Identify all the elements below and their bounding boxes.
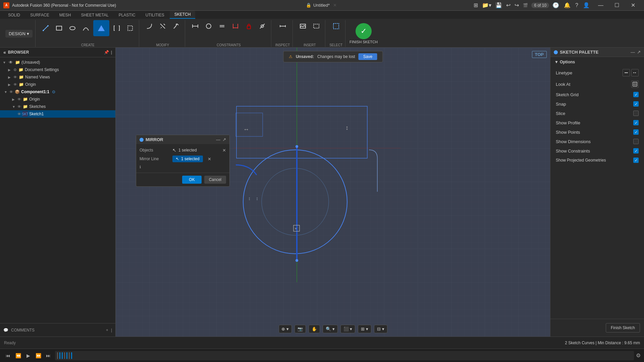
timeline-marker-4[interactable] [66,352,67,359]
show-projected-checkbox[interactable]: ✓ [633,158,639,163]
look-at-btn[interactable] [631,80,639,88]
circle-constraint-btn[interactable] [203,20,215,32]
tab-sketch[interactable]: SKETCH [170,11,196,19]
clock-btn[interactable]: 🕐 [551,2,560,8]
tab-sheet-metal[interactable]: SHEET METAL [76,11,113,19]
show-profile-checkbox[interactable]: ✓ [633,120,639,125]
pan-btn[interactable]: ✋ [309,325,320,333]
rectangle-tool-btn[interactable] [53,22,65,34]
skip-start-btn[interactable]: ⏮ [3,351,13,360]
comments-expand-btn[interactable]: | [111,328,112,333]
tab-utilities[interactable]: UTILITIES [141,11,169,19]
palette-expand-btn[interactable]: ↗ [637,50,641,55]
undo-btn[interactable]: ↩ [505,2,512,8]
cancel-btn[interactable]: Cancel [204,176,226,184]
show-dimensions-checkbox[interactable] [633,139,639,144]
save-quick-btn[interactable]: 💾 [494,2,503,8]
tree-named-views[interactable]: ▶ 👁 📁 Named Views [0,73,115,81]
tree-component1[interactable]: ▼ 👁 📦 Component1:1 ⊙ [0,88,115,96]
collapse-btn[interactable]: « [3,50,6,55]
ok-btn[interactable]: OK [182,176,201,184]
dotted-rect-btn[interactable] [124,22,136,34]
inspect-tool-btn[interactable]: 🔍 ▾ [323,325,338,333]
lock-constraint-btn[interactable] [243,20,255,32]
design-btn[interactable]: DESIGN ▾ [5,30,33,38]
browser-pin-btn[interactable]: 📌 [104,50,109,55]
save-top-btn[interactable]: Save [359,53,377,60]
apps-btn[interactable]: ⊞ [472,2,479,8]
redo-btn[interactable]: ↪ [513,2,520,8]
trim-btn[interactable] [157,20,169,32]
capture-btn[interactable]: 📷 [294,325,306,333]
tab-mesh[interactable]: MESH [55,11,76,19]
tab-solid[interactable]: SOLID [3,11,25,19]
extend-btn[interactable] [170,20,182,32]
tree-root[interactable]: ▼ 👁 📁 (Unsaved) [0,59,115,66]
dimension-constraint-btn[interactable] [229,20,241,32]
timeline-marker-1[interactable] [59,352,60,359]
triangle-tool-btn[interactable] [93,20,109,36]
mirror-line-clear-btn[interactable]: ✕ [208,157,211,162]
mirror-line-selected[interactable]: ↖ 1 selected [172,156,203,162]
show-constraints-checkbox[interactable]: ✓ [633,148,639,154]
linetype-construction-btn[interactable] [631,69,639,76]
mirror-minimize-btn[interactable]: — [216,137,220,142]
tab-plastic[interactable]: PLASTIC [114,11,140,19]
palette-minimize-btn[interactable]: — [631,50,635,55]
new-btn[interactable]: 📁▾ [481,2,493,8]
tree-origin[interactable]: ▶ 👁 📁 Origin [0,81,115,88]
timeline-marker-6[interactable] [71,352,72,359]
minimize-btn[interactable]: — [593,0,608,11]
help-btn[interactable]: ? [574,2,580,8]
horizontal-constraint-btn[interactable] [189,20,201,32]
arc-tool-btn[interactable] [80,22,92,34]
snap-tool-btn[interactable]: ⊕ ▾ [278,325,292,333]
tree-origin2[interactable]: ▶ 👁 📁 Origin [0,96,115,103]
select-tools [330,20,342,32]
sketch-grid-checkbox[interactable]: ✓ [633,92,639,97]
play-btn[interactable]: ▶ [23,351,33,360]
grid-btn[interactable]: ⊞ ▾ [358,325,371,333]
insert-image-btn[interactable] [297,20,309,32]
skip-end-btn[interactable]: ⏭ [44,351,53,360]
measure-btn[interactable] [277,20,289,32]
mirror-expand-btn[interactable]: ↗ [222,137,226,142]
display-btn[interactable]: ⬛ ▾ [340,325,356,333]
fillet-btn[interactable] [143,20,155,32]
tab-surface[interactable]: SURFACE [25,11,54,19]
finish-sketch-btn[interactable]: ✓ FINISH SKETCH [350,23,378,44]
equal-constraint-btn[interactable] [216,20,228,32]
tangent-constraint-btn[interactable] [256,20,268,32]
select-btn[interactable] [330,20,342,32]
bottom-bar: ⏮ ⏪ ▶ ⏩ ⏭ ⚙ [0,349,644,362]
tree-doc-settings[interactable]: ▶ ⚙ 📁 Document Settings [0,66,115,73]
insert-dxf-btn[interactable] [310,20,322,32]
line-tool-btn[interactable] [40,22,52,34]
bell-btn[interactable]: 🔔 [562,2,572,8]
linetype-solid-btn[interactable] [623,69,630,76]
maximize-btn[interactable]: ☐ [609,0,625,11]
finish-sketch-bottom-btn[interactable]: Finish Sketch [606,323,640,333]
objects-clear-btn[interactable]: ✕ [222,148,226,153]
timeline-settings-btn[interactable]: ⚙ [636,352,641,359]
snap-checkbox[interactable]: ✓ [633,101,639,107]
show-points-checkbox[interactable]: ✓ [633,129,639,135]
timeline-marker-2[interactable] [62,352,63,359]
prev-btn[interactable]: ⏪ [13,351,23,360]
close-btn[interactable]: ✕ [625,0,641,11]
canvas-area[interactable]: ↔ ↕ ↕ ↕ ≡ ⚠ Unsa [116,48,550,337]
bracket-tool-btn[interactable] [111,22,123,34]
tree-sketch1[interactable]: 👁 SKT Sketch1 [0,110,115,118]
linetype-icons [623,69,639,76]
profile-btn[interactable]: 👤 [582,2,591,8]
circle-tool-btn[interactable] [66,22,78,34]
comments-add-btn[interactable]: + [106,328,108,333]
view-btn[interactable]: ⊟ ▾ [374,325,387,333]
next-btn[interactable]: ⏩ [34,351,43,360]
objects-cursor-icon: ↖ [172,147,176,153]
tree-sketches[interactable]: ▼ 👁 📁 Sketches [0,103,115,110]
slice-checkbox[interactable] [633,111,639,116]
objects-selected[interactable]: 1 selected [178,148,197,153]
browser-expand-btn[interactable]: | [111,50,112,55]
doc-folder-icon: 📁 [18,67,23,72]
